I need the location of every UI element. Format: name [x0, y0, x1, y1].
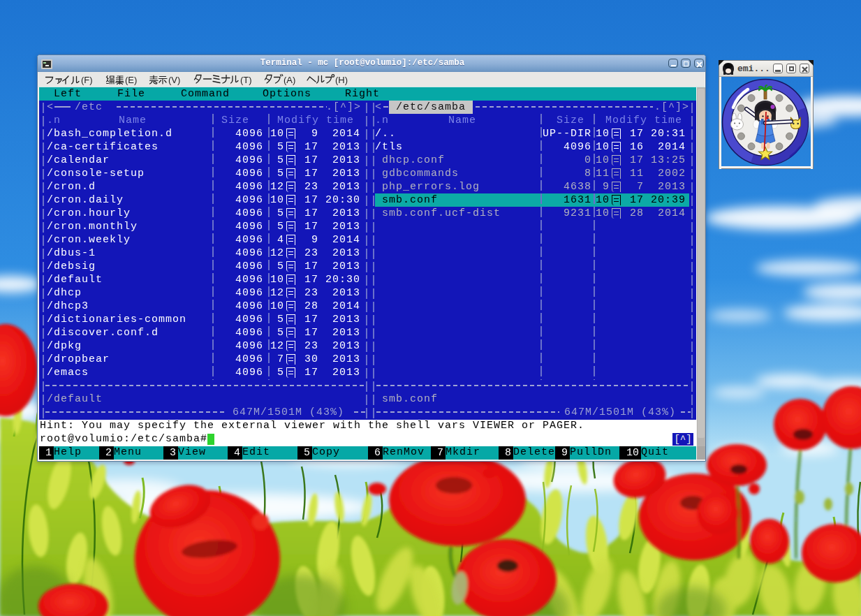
svg-text:(A): (A)	[284, 75, 295, 85]
svg-text:(E): (E)	[125, 75, 137, 85]
svg-text:(H): (H)	[335, 75, 348, 85]
svg-text:(T): (T)	[240, 75, 252, 85]
svg-text:(V): (V)	[168, 75, 180, 85]
svg-text:(F): (F)	[81, 75, 93, 85]
